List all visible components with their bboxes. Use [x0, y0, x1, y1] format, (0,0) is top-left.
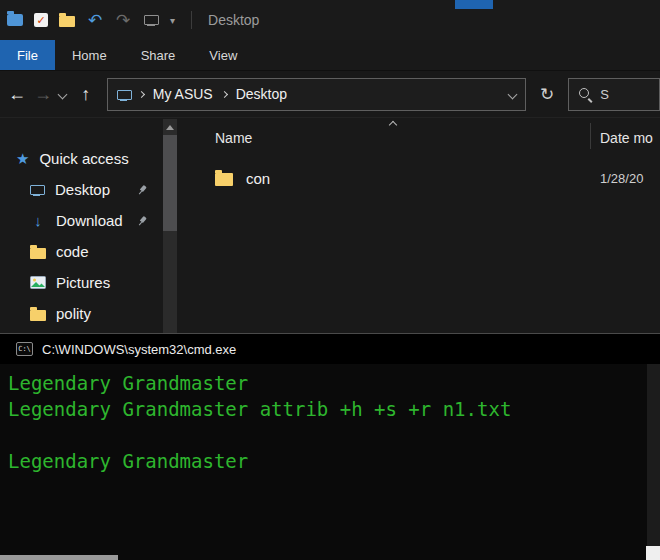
- cmd-titlebar[interactable]: C:\ C:\WINDOWS\system32\cmd.exe: [0, 334, 660, 364]
- sidebar-item-label: Pictures: [56, 274, 110, 291]
- sidebar-item-quick-access[interactable]: ★ Quick access: [0, 143, 162, 174]
- search-input[interactable]: [600, 87, 648, 102]
- recent-locations-chevron-icon[interactable]: [57, 89, 67, 99]
- cmd-output-line: Legendary Grandmaster attrib +h +s +r n1…: [8, 396, 660, 422]
- toolbar-customize-icon[interactable]: ▾: [170, 15, 175, 26]
- explorer-titlebar[interactable]: ✓ ↶ ↷ ▾ Desktop: [0, 0, 660, 40]
- tab-home[interactable]: Home: [55, 40, 124, 70]
- redo-icon[interactable]: ↷: [114, 11, 132, 29]
- file-name: con: [246, 170, 270, 187]
- cmd-window[interactable]: C:\ C:\WINDOWS\system32\cmd.exe Legendar…: [0, 333, 660, 560]
- cmd-output-line: Legendary Grandmaster: [8, 448, 660, 474]
- explorer-app-icon: [6, 11, 24, 29]
- sidebar-item-code[interactable]: code: [0, 236, 162, 267]
- desktop-icon: [30, 183, 45, 196]
- cmd-output-line: [8, 422, 660, 448]
- cmd-scrollbar[interactable]: [647, 364, 660, 560]
- undo-icon[interactable]: ↶: [86, 11, 104, 29]
- sidebar-item-label: polity: [56, 305, 91, 322]
- cmd-window-title: C:\WINDOWS\system32\cmd.exe: [42, 342, 236, 357]
- sidebar-item-download[interactable]: ↓ Download: [0, 205, 162, 236]
- navigation-bar: ← → ↑ My ASUS Desktop ↻: [0, 71, 660, 118]
- pin-icon: [134, 181, 151, 198]
- window-resize-corner: [646, 546, 660, 560]
- file-list: Name Date mo con 1/28/20: [177, 119, 660, 333]
- forward-button[interactable]: →: [30, 85, 56, 103]
- window-title: Desktop: [208, 12, 259, 28]
- back-button[interactable]: ←: [4, 85, 30, 103]
- up-button[interactable]: ↑: [73, 85, 99, 103]
- properties-icon[interactable]: [142, 11, 160, 29]
- tab-file[interactable]: File: [0, 40, 55, 70]
- screenshot-root: ✓ ↶ ↷ ▾ Desktop File Home Share View ← →…: [0, 0, 660, 560]
- file-explorer-window: ✓ ↶ ↷ ▾ Desktop File Home Share View ← →…: [0, 0, 660, 333]
- scrollbar-thumb[interactable]: [163, 135, 177, 231]
- column-header-date-modified[interactable]: Date mo: [600, 130, 653, 146]
- explorer-main-area: ★ Quick access Desktop ↓ Download code: [0, 119, 660, 333]
- column-header-name[interactable]: Name: [215, 130, 252, 146]
- folder-icon: [215, 173, 233, 186]
- folder-icon: [30, 248, 46, 259]
- desktop-location-icon: [117, 88, 132, 101]
- column-separator[interactable]: [590, 123, 591, 149]
- navigation-pane: ★ Quick access Desktop ↓ Download code: [0, 119, 162, 333]
- quick-access-check-icon[interactable]: ✓: [34, 13, 48, 27]
- ribbon-tabs: File Home Share View: [0, 40, 660, 71]
- sidebar-item-pictures[interactable]: Pictures: [0, 267, 162, 298]
- folder-icon: [30, 310, 46, 321]
- download-icon: ↓: [30, 213, 46, 228]
- cmd-icon: C:\: [16, 342, 33, 356]
- address-bar[interactable]: My ASUS Desktop: [107, 78, 526, 111]
- sidebar-item-label: Quick access: [39, 150, 128, 167]
- titlebar-separator: [191, 11, 192, 29]
- breadcrumb-chevron-icon[interactable]: [138, 90, 145, 97]
- file-date-modified: 1/28/20: [600, 171, 643, 186]
- pin-icon: [134, 212, 151, 229]
- search-icon: [578, 87, 592, 101]
- sidebar-item-label: Desktop: [55, 181, 110, 198]
- background-window-edge: [0, 555, 118, 560]
- cmd-output-line: Legendary Grandmaster: [8, 370, 660, 396]
- quick-access-star-icon: ★: [16, 151, 29, 166]
- address-dropdown-chevron-icon[interactable]: [507, 89, 517, 99]
- tab-share[interactable]: Share: [124, 40, 193, 70]
- pictures-icon: [30, 276, 46, 289]
- sidebar-item-label: Download: [56, 212, 123, 229]
- scrollbar-up-arrow-icon[interactable]: [166, 125, 174, 130]
- tab-view[interactable]: View: [192, 40, 254, 70]
- column-headers: Name Date mo: [177, 119, 660, 155]
- search-box[interactable]: [568, 78, 660, 111]
- refresh-icon[interactable]: ↻: [540, 84, 554, 105]
- breadcrumb-my-asus[interactable]: My ASUS: [151, 86, 215, 102]
- cmd-output[interactable]: Legendary Grandmaster Legendary Grandmas…: [0, 364, 660, 474]
- file-row-con[interactable]: con 1/28/20: [177, 163, 660, 193]
- sidebar-item-polity[interactable]: polity: [0, 298, 162, 329]
- background-window-strip: [455, 0, 493, 9]
- breadcrumb-desktop[interactable]: Desktop: [234, 86, 289, 102]
- sidebar-scrollbar[interactable]: [163, 119, 177, 333]
- sort-ascending-icon: [389, 121, 397, 129]
- breadcrumb-chevron-icon[interactable]: [221, 90, 228, 97]
- new-folder-icon[interactable]: [58, 11, 76, 29]
- sidebar-item-desktop[interactable]: Desktop: [0, 174, 162, 205]
- sidebar-item-label: code: [56, 243, 89, 260]
